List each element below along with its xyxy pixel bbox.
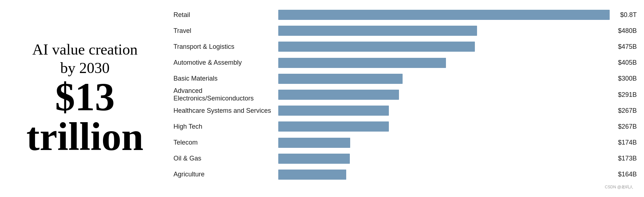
row-value: $475B bbox=[610, 43, 637, 51]
chart-row: Telecom$174B bbox=[173, 135, 637, 150]
chart-row: Basic Materials$300B bbox=[173, 71, 637, 86]
bar bbox=[278, 138, 350, 148]
bar-container bbox=[278, 58, 610, 68]
chart-row: Transport & Logistics$475B bbox=[173, 39, 637, 54]
title-text: AI value creation by 2030 bbox=[32, 40, 138, 77]
bar-container bbox=[278, 121, 610, 132]
row-value: $405B bbox=[610, 59, 637, 67]
bar-container bbox=[278, 74, 610, 84]
title-line1: AI value creation bbox=[32, 41, 138, 58]
chart-row: Retail$0.8T bbox=[173, 7, 637, 22]
bar-container bbox=[278, 10, 610, 20]
bar bbox=[278, 58, 446, 68]
chart-row: Travel$480B bbox=[173, 23, 637, 38]
chart-panel: Retail$0.8TTravel$480BTransport & Logist… bbox=[170, 0, 644, 197]
bar-container bbox=[278, 90, 610, 100]
bar-container bbox=[278, 26, 610, 36]
chart-row: High Tech$267B bbox=[173, 119, 637, 134]
row-label: Oil & Gas bbox=[173, 155, 278, 162]
bar-container bbox=[278, 138, 610, 148]
row-label: Telecom bbox=[173, 139, 278, 146]
row-value: $291B bbox=[610, 91, 637, 99]
bar bbox=[278, 106, 389, 116]
bar-container bbox=[278, 154, 610, 164]
row-label: High Tech bbox=[173, 123, 278, 130]
bar bbox=[278, 170, 346, 180]
row-label: Advanced Electronics/Semiconductors bbox=[173, 87, 278, 102]
bar bbox=[278, 90, 399, 100]
bar-container bbox=[278, 42, 610, 52]
chart-row: Oil & Gas$173B bbox=[173, 151, 637, 166]
row-value: $164B bbox=[610, 171, 637, 178]
left-panel: AI value creation by 2030 $13 trillion bbox=[0, 0, 170, 197]
chart-row: Advanced Electronics/Semiconductors$291B bbox=[173, 87, 637, 102]
row-value: $267B bbox=[610, 123, 637, 130]
row-label: Travel bbox=[173, 27, 278, 35]
bar bbox=[278, 42, 475, 52]
bar bbox=[278, 74, 403, 84]
big-number: $13 bbox=[55, 77, 115, 117]
bar bbox=[278, 10, 610, 20]
bar-container bbox=[278, 170, 610, 180]
row-label: Retail bbox=[173, 11, 278, 19]
title-line2: by 2030 bbox=[60, 60, 110, 76]
row-value: $480B bbox=[610, 27, 637, 35]
row-label: Automotive & Assembly bbox=[173, 59, 278, 67]
chart-row: Healthcare Systems and Services$267B bbox=[173, 103, 637, 118]
chart-row: Automotive & Assembly$405B bbox=[173, 55, 637, 70]
big-label: trillion bbox=[26, 117, 143, 157]
row-label: Transport & Logistics bbox=[173, 43, 278, 51]
credit-text: CSDN @老码人 bbox=[173, 184, 637, 190]
row-value: $173B bbox=[610, 155, 637, 162]
chart-row: Agriculture$164B bbox=[173, 167, 637, 182]
bar bbox=[278, 121, 389, 132]
bar-container bbox=[278, 106, 610, 116]
row-label: Healthcare Systems and Services bbox=[173, 107, 278, 115]
row-label: Agriculture bbox=[173, 171, 278, 178]
bar bbox=[278, 154, 350, 164]
row-value: $174B bbox=[610, 139, 637, 146]
bar bbox=[278, 26, 477, 36]
row-label: Basic Materials bbox=[173, 75, 278, 82]
row-value: $0.8T bbox=[610, 11, 637, 19]
row-value: $267B bbox=[610, 107, 637, 115]
row-value: $300B bbox=[610, 75, 637, 82]
